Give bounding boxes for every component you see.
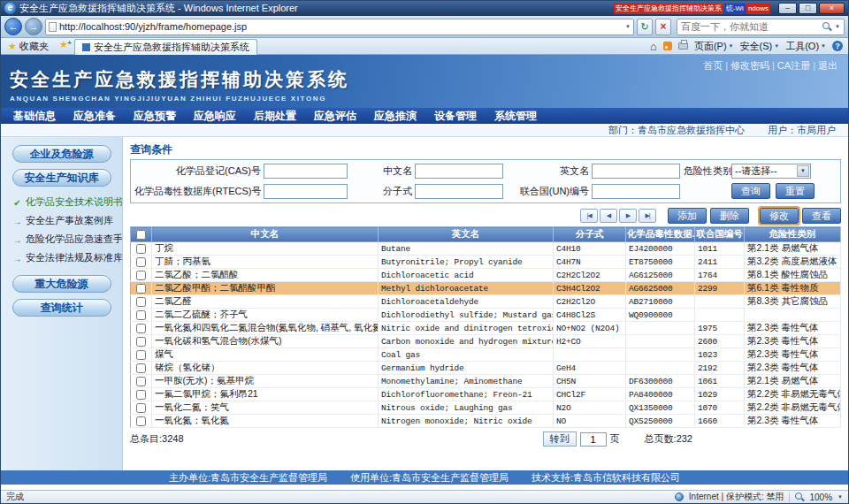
table-row[interactable]: 一氟二氯甲烷；氟利昂21 Dichlorofluoromethane; Freo…: [131, 388, 841, 401]
sidebar-link[interactable]: 安全法律法规及标准库: [12, 251, 122, 264]
table-row[interactable]: 丁腈；丙基氰 Butyronitrile; Propyl cyanide C4H…: [131, 256, 841, 269]
column-header-english-name[interactable]: 英文名: [379, 227, 554, 242]
table-row[interactable]: 二氯乙酸；二氯醋酸 Dichloroacetic acid C2H2Cl2O2 …: [131, 269, 841, 282]
main-menu-item[interactable]: 设备管理: [425, 109, 486, 124]
table-row[interactable]: 丁烷 Butane C4H10 EJ4200000 1011 第2.1类 易燃气…: [131, 242, 841, 256]
main-menu-item[interactable]: 应急响应: [185, 109, 245, 124]
main-menu-item[interactable]: 基础信息: [4, 109, 65, 124]
sidebar-button[interactable]: 重大危险源: [12, 275, 111, 293]
close-button[interactable]: ×: [819, 3, 845, 14]
stop-button[interactable]: ×: [655, 19, 671, 35]
hazard-class-select[interactable]: --请选择-- ▼: [731, 164, 811, 179]
page-number-input[interactable]: [580, 432, 607, 447]
sidebar-link[interactable]: 安全生产事故案例库: [12, 214, 122, 227]
table-row[interactable]: 一甲胺(无水)；氨基甲烷 Monomethylamine; Aminometha…: [131, 375, 841, 388]
refresh-button[interactable]: ↻: [637, 19, 653, 35]
address-dropdown-icon[interactable]: ▼: [625, 24, 631, 29]
pager-button[interactable]: ▶: [619, 209, 637, 223]
row-checkbox[interactable]: [136, 310, 146, 320]
maximize-button[interactable]: □: [799, 3, 817, 14]
un-number-input[interactable]: [592, 184, 680, 199]
sidebar-button[interactable]: 查询统计: [12, 299, 111, 317]
column-header-rtecs[interactable]: 化学品毒性数据...: [626, 227, 695, 242]
main-menu-item[interactable]: 系统管理: [486, 109, 546, 124]
row-checkbox[interactable]: [136, 244, 146, 254]
goto-button[interactable]: 转到: [543, 431, 577, 447]
search-dropdown-icon[interactable]: ▼: [835, 24, 840, 29]
pager-button[interactable]: ◀: [600, 209, 617, 223]
row-checkbox[interactable]: [136, 403, 146, 413]
select-all-checkbox[interactable]: [136, 230, 146, 240]
table-row[interactable]: 二氯乙醛 Dichloroacetaldehyde C2H2Cl2O AB271…: [131, 295, 841, 309]
url-input[interactable]: [59, 20, 623, 34]
row-checkbox[interactable]: [136, 390, 146, 400]
add-favorite-button[interactable]: ★ +: [57, 39, 71, 53]
table-row[interactable]: 一氧化碳和氢气混合物(水煤气) Carbon monoxide and hydr…: [131, 335, 841, 348]
print-icon[interactable]: [678, 42, 688, 50]
header-link[interactable]: 首页: [703, 59, 723, 73]
main-menu-item[interactable]: 应急准备: [65, 109, 125, 124]
action-button[interactable]: 查看: [802, 208, 841, 224]
row-checkbox[interactable]: [136, 337, 146, 347]
table-row[interactable]: 一氧化氮；氧化氮 Nitrogen monoxide; Nitric oxide…: [131, 415, 841, 428]
row-checkbox[interactable]: [136, 257, 146, 267]
table-row[interactable]: 二氯二乙硫醚；芥子气 Dichlorodiethyl sulfide; Must…: [131, 309, 841, 322]
main-menu-item[interactable]: 后期处置: [245, 109, 305, 124]
back-button[interactable]: ←: [4, 18, 22, 35]
forward-button[interactable]: →: [25, 18, 42, 35]
cas-input[interactable]: [264, 164, 348, 179]
row-checkbox[interactable]: [136, 350, 146, 360]
chinese-name-input[interactable]: [415, 164, 503, 179]
table-row[interactable]: 锗烷（氢化锗） Germanium hydride GeH4 2192 第2.3…: [131, 362, 841, 375]
sidebar-button[interactable]: 安全生产知识库: [12, 169, 111, 187]
sidebar-link[interactable]: 危险化学品应急速查手...: [12, 233, 122, 246]
formula-input[interactable]: [415, 184, 503, 199]
home-icon[interactable]: ⌂: [650, 40, 657, 53]
table-row[interactable]: 煤气 Coal gas 1023 第2.3类 毒性气体: [131, 348, 841, 362]
row-checkbox[interactable]: [136, 416, 146, 426]
row-checkbox[interactable]: [136, 377, 146, 386]
safety-menu[interactable]: 安全(S) ▼: [740, 40, 780, 53]
rtecs-input[interactable]: [264, 184, 348, 199]
zoom-dropdown-icon[interactable]: ▼: [838, 494, 843, 500]
main-menu-item[interactable]: 应急预警: [125, 109, 185, 124]
main-menu-item[interactable]: 应急推演: [365, 109, 425, 124]
english-name-input[interactable]: [592, 164, 680, 179]
action-button[interactable]: 删除: [710, 208, 749, 224]
minimize-button[interactable]: –: [778, 3, 797, 14]
table-row[interactable]: 一氧化氮和四氧化二氮混合物(氮氧化物, 硝基气, 氧化氮气体) Nitric o…: [131, 322, 841, 335]
sidebar-link[interactable]: 化学品安全技术说明书: [12, 195, 122, 209]
zoom-level[interactable]: 100%: [809, 493, 832, 502]
column-header-hazard-class[interactable]: 危险性类别: [745, 227, 841, 242]
column-header-un-number[interactable]: 联合国编号: [695, 227, 745, 242]
tools-menu[interactable]: 工具(O) ▼: [785, 40, 826, 53]
search-icon[interactable]: [822, 22, 831, 31]
help-icon[interactable]: ?: [832, 41, 843, 51]
action-button[interactable]: 修改: [760, 208, 799, 224]
table-row[interactable]: 一氧化二氮；笑气 Nitrous oxide; Laughing gas N2O…: [131, 401, 841, 415]
address-bar[interactable]: ▼: [45, 19, 634, 35]
search-input[interactable]: [681, 21, 819, 32]
action-button[interactable]: 添加: [668, 208, 707, 224]
sidebar-button[interactable]: 企业及危险源: [12, 145, 111, 163]
page-menu[interactable]: 页面(P) ▼: [694, 40, 734, 53]
reset-button[interactable]: 重置: [776, 183, 815, 199]
row-checkbox[interactable]: [136, 271, 146, 280]
main-menu-item[interactable]: 应急评估: [305, 109, 365, 124]
search-box[interactable]: ▼: [677, 19, 845, 35]
column-header-formula[interactable]: 分子式: [554, 227, 626, 242]
search-button[interactable]: 查询: [731, 183, 770, 199]
feeds-icon[interactable]: [663, 42, 672, 50]
favorites-button[interactable]: ★ 收藏夹: [4, 39, 53, 54]
row-checkbox[interactable]: [136, 284, 146, 294]
table-row[interactable]: 二氯乙酸甲酯；二氯醋酸甲酯 Methyl dichloroacetate C3H…: [131, 282, 841, 295]
row-checkbox[interactable]: [136, 363, 146, 373]
row-checkbox[interactable]: [136, 297, 146, 307]
row-checkbox[interactable]: [136, 324, 146, 333]
pager-button[interactable]: |◀: [580, 209, 598, 223]
tab-active[interactable]: 安全生产应急救援指挥辅助决策系统: [74, 39, 257, 55]
header-link[interactable]: 修改密码: [723, 59, 769, 73]
column-header-chinese-name[interactable]: 中文名: [152, 227, 379, 242]
header-link[interactable]: 退出: [810, 59, 838, 73]
pager-button[interactable]: ▶|: [639, 209, 656, 223]
